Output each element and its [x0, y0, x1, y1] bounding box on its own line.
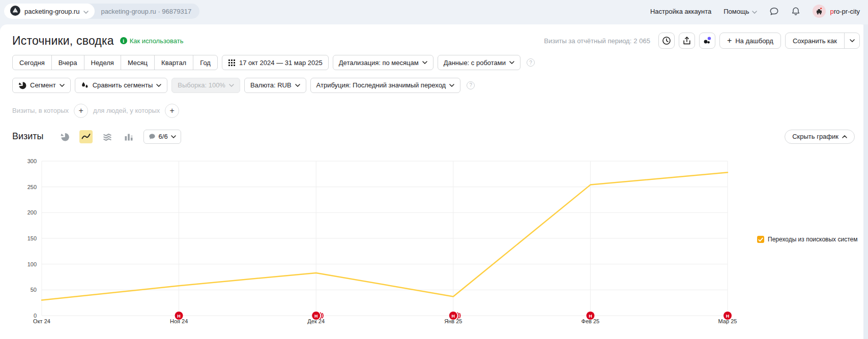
- export-button[interactable]: [679, 33, 695, 49]
- svg-text:300: 300: [27, 158, 37, 164]
- account-settings-link[interactable]: Настройка аккаунта: [650, 8, 711, 15]
- save-as-label[interactable]: Сохранить как: [786, 33, 844, 48]
- help-icon[interactable]: ?: [467, 81, 475, 89]
- how-to-use-link[interactable]: i Как использовать: [120, 37, 184, 45]
- svg-text:200: 200: [27, 209, 37, 215]
- save-as-button[interactable]: Сохранить как: [785, 33, 860, 49]
- svg-text:Окт 24: Окт 24: [33, 318, 50, 324]
- series-visibility-dropdown[interactable]: 6/6: [143, 130, 181, 144]
- period-preset[interactable]: Квартал: [155, 55, 193, 70]
- stacked-area-chart-type-button[interactable]: [101, 130, 114, 143]
- segment-label: Сегмент: [30, 81, 56, 89]
- plus-icon: +: [78, 106, 83, 115]
- hide-chart-label: Скрыть график: [792, 133, 838, 140]
- chevron-down-icon: [83, 8, 89, 15]
- calendar-grid-icon: [228, 59, 236, 67]
- currency-dropdown[interactable]: Валюта: RUB: [244, 78, 306, 93]
- period-preset[interactable]: Вчера: [52, 55, 84, 70]
- svg-text:Н: Н: [726, 314, 730, 319]
- chat-icon[interactable]: [769, 7, 779, 16]
- topbar-right: Настройка аккаунта Помощь pro-pr-city: [650, 0, 860, 22]
- counter-selector[interactable]: packeting-group.ru: [4, 4, 95, 19]
- hide-chart-button[interactable]: Скрыть график: [785, 130, 855, 144]
- help-icon[interactable]: ?: [527, 58, 535, 67]
- currency-label: Валюта: RUB: [250, 81, 292, 89]
- avatar: [813, 5, 826, 18]
- plus-icon: +: [727, 37, 732, 45]
- svg-text:Н: Н: [452, 314, 455, 319]
- metrica-apps-button[interactable]: [699, 33, 715, 49]
- svg-text:150: 150: [27, 235, 37, 241]
- chevron-down-icon: [850, 39, 855, 42]
- legend-checkbox[interactable]: [757, 236, 764, 243]
- user-name: pro-pr-city: [830, 8, 860, 15]
- people-condition-label: для людей, у которых: [93, 107, 160, 114]
- svg-text:Н: Н: [177, 314, 181, 319]
- segment-dropdown[interactable]: Сегмент: [12, 78, 71, 93]
- clock-icon: [662, 36, 671, 45]
- visits-condition-label: Визиты, в которых: [12, 107, 69, 114]
- add-visit-condition-button[interactable]: +: [74, 104, 88, 118]
- main-card: Источники, сводка i Как использовать Виз…: [0, 24, 868, 339]
- pie-chart-type-button[interactable]: [58, 130, 71, 143]
- sampling-label: Выборка: 100%: [178, 81, 225, 89]
- svg-text:250: 250: [27, 184, 37, 190]
- detalization-label: Детализация: по месяцам: [339, 59, 419, 67]
- attribution-label: Атрибуция: Последний значимый переход: [316, 81, 446, 89]
- period-preset[interactable]: Месяц: [121, 55, 155, 70]
- notifications-bell-icon[interactable]: [791, 7, 800, 16]
- scrollbar[interactable]: [863, 24, 868, 339]
- add-people-condition-button[interactable]: +: [165, 104, 179, 118]
- comment-bubble-icon: [149, 133, 156, 140]
- detalization-dropdown[interactable]: Детализация: по месяцам: [333, 55, 433, 70]
- period-presets: СегодняВчераНеделяМесяцКварталГод: [12, 55, 218, 70]
- attribution-dropdown[interactable]: Атрибуция: Последний значимый переход: [310, 78, 461, 93]
- sampling-dropdown[interactable]: Выборка: 100%: [171, 78, 240, 93]
- period-preset[interactable]: Год: [193, 55, 217, 70]
- chart-type-switcher: [58, 130, 135, 143]
- yandex-metrica-app: packeting-group.ru packeting-group.ru · …: [0, 0, 868, 339]
- date-range-button[interactable]: 17 окт 2024 — 31 мар 2025: [222, 55, 329, 70]
- help-menu-label: Помощь: [724, 8, 749, 15]
- svg-text:Н: Н: [589, 314, 592, 319]
- info-icon: i: [120, 37, 127, 44]
- dots-badge-icon: [702, 36, 712, 46]
- period-preset[interactable]: Сегодня: [13, 55, 52, 70]
- pie-segment-icon: [18, 81, 26, 89]
- svg-text:50: 50: [31, 287, 37, 293]
- data-mode-dropdown[interactable]: Данные: с роботами: [438, 55, 520, 70]
- export-icon: [682, 36, 691, 45]
- chart-controls-row: Визиты 6/6: [12, 128, 855, 145]
- metric-title: Визиты: [12, 131, 44, 142]
- user-menu[interactable]: pro-pr-city: [813, 5, 860, 18]
- visits-line-chart[interactable]: Окт 24Ноя 24Дек 24Янв 25Фев 25Мар 250501…: [0, 152, 743, 330]
- chevron-down-icon: [752, 8, 757, 15]
- line-chart-type-button[interactable]: [79, 130, 93, 143]
- help-menu[interactable]: Помощь: [724, 8, 757, 15]
- counter-domain: packeting-group.ru: [24, 8, 79, 15]
- data-mode-label: Данные: с роботами: [444, 59, 506, 67]
- date-range-label: 17 окт 2024 — 31 мар 2025: [239, 59, 323, 67]
- legend-series-label: Переходы из поисковых систем: [768, 236, 857, 243]
- title-row: Источники, сводка i Как использовать Виз…: [12, 30, 860, 51]
- segment-filter-row: Сегмент Сравнить сегменты Выборка: 100% …: [12, 77, 475, 93]
- add-to-dashboard-button[interactable]: + На дашборд: [719, 33, 781, 49]
- visits-chart: Окт 24Ноя 24Дек 24Янв 25Фев 25Мар 250501…: [0, 152, 868, 335]
- counter-selector-group: packeting-group.ru packeting-group.ru · …: [4, 4, 199, 19]
- period-preset[interactable]: Неделя: [84, 55, 121, 70]
- compare-segments-label: Сравнить сегменты: [93, 81, 153, 89]
- svg-text:0: 0: [34, 313, 37, 319]
- save-as-dropdown[interactable]: [844, 33, 859, 48]
- page-title: Источники, сводка: [12, 34, 114, 48]
- column-chart-type-button[interactable]: [122, 130, 135, 143]
- series-count-label: 6/6: [159, 133, 168, 140]
- counter-info: packeting-group.ru · 96879317: [101, 8, 191, 15]
- schedule-report-button[interactable]: [658, 33, 675, 49]
- period-visits-value: 2 065: [633, 37, 650, 45]
- plus-icon: +: [170, 106, 175, 115]
- compare-segments-dropdown[interactable]: Сравнить сегменты: [75, 78, 168, 93]
- how-to-use-label: Как использовать: [130, 37, 184, 45]
- date-filter-row: СегодняВчераНеделяМесяцКварталГод 17 окт…: [12, 55, 535, 70]
- add-to-dashboard-label: На дашборд: [735, 37, 773, 45]
- topbar: packeting-group.ru packeting-group.ru · …: [0, 0, 868, 22]
